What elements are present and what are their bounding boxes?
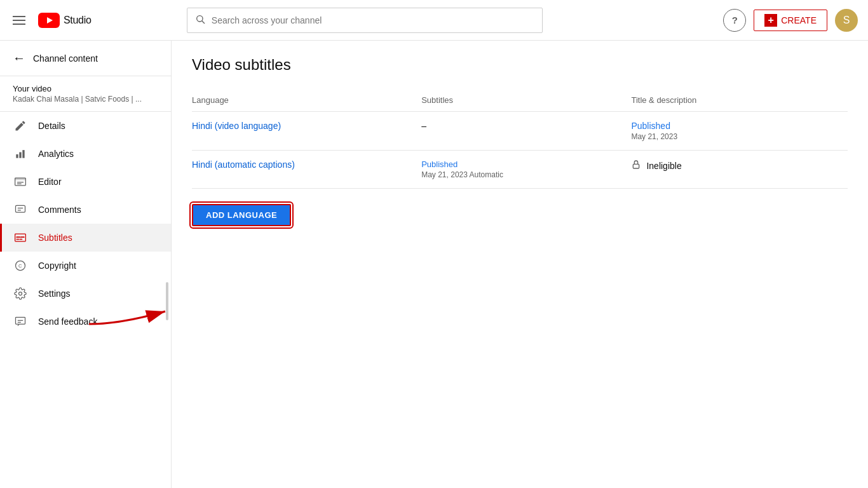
search-bar <box>187 8 543 33</box>
settings-label: Settings <box>38 288 71 299</box>
hindi-auto-captions-link[interactable]: Hindi (automatic captions) <box>192 159 295 170</box>
analytics-label: Analytics <box>38 149 74 159</box>
svg-rect-14 <box>15 234 26 241</box>
help-button[interactable]: ? <box>723 9 746 32</box>
row1-title-status: Published <box>631 121 837 131</box>
studio-label: Studio <box>64 15 92 26</box>
page-title: Video subtitles <box>192 56 848 74</box>
create-button[interactable]: CREATE <box>754 10 827 31</box>
header-left: Studio <box>10 13 92 28</box>
settings-icon <box>13 286 28 301</box>
sidebar-item-editor[interactable]: Editor <box>0 168 171 196</box>
row2-subtitle-date: May 21, 2023 Automatic <box>421 170 621 179</box>
sidebar-item-copyright[interactable]: C Copyright <box>0 252 171 280</box>
sidebar-item-send-feedback[interactable]: Send feedback <box>0 308 171 336</box>
lock-icon <box>631 159 641 172</box>
sidebar-item-analytics[interactable]: Analytics <box>0 140 171 168</box>
search-icon <box>195 14 205 26</box>
header: Studio ? CREATE S <box>0 0 868 41</box>
hindi-video-language-link[interactable]: Hindi (video language) <box>192 121 281 131</box>
youtube-logo-icon <box>38 13 60 28</box>
sidebar: ← Channel content Your video Kadak Chai … <box>0 41 172 488</box>
row2-language: Hindi (automatic captions) <box>192 151 421 189</box>
svg-text:C: C <box>18 263 22 269</box>
svg-rect-8 <box>15 178 26 180</box>
copyright-icon: C <box>13 258 28 273</box>
video-info: Your video Kadak Chai Masala | Satvic Fo… <box>0 76 171 112</box>
arrow-annotation <box>172 292 197 330</box>
header-right: ? CREATE S <box>723 9 858 32</box>
subtitles-icon <box>13 230 28 245</box>
svg-rect-6 <box>22 150 24 158</box>
back-label: Channel content <box>33 53 98 64</box>
logo[interactable]: Studio <box>38 13 92 28</box>
row2-subtitle-status: Published <box>421 159 621 169</box>
sidebar-item-settings[interactable]: Settings <box>0 280 171 308</box>
ineligible-text: Ineligible <box>646 161 681 171</box>
main-content: Video subtitles Language Subtitles Title… <box>172 41 868 488</box>
row2-subtitles: Published May 21, 2023 Automatic <box>421 151 631 189</box>
row1-language: Hindi (video language) <box>192 112 421 151</box>
row2-title: Ineligible <box>631 151 848 189</box>
sidebar-item-subtitles[interactable]: Subtitles <box>0 224 171 252</box>
svg-point-21 <box>19 292 22 295</box>
col-header-subtitles: Subtitles <box>421 89 631 112</box>
row1-title: Published May 21, 2023 <box>631 112 848 151</box>
ineligible-wrap: Ineligible <box>631 159 837 172</box>
add-language-button[interactable]: ADD LANGUAGE <box>192 204 291 226</box>
video-title-label: Your video <box>13 84 158 93</box>
row1-title-date: May 21, 2023 <box>631 132 837 141</box>
analytics-icon <box>13 146 28 161</box>
pencil-icon <box>13 118 28 133</box>
layout: ← Channel content Your video Kadak Chai … <box>0 41 868 488</box>
copyright-label: Copyright <box>38 261 76 271</box>
svg-rect-5 <box>19 152 21 158</box>
svg-rect-4 <box>16 154 18 158</box>
comments-label: Comments <box>38 205 81 215</box>
svg-rect-25 <box>634 164 639 168</box>
table-row: Hindi (video language) – Published May 2… <box>192 112 848 151</box>
hamburger-menu-icon[interactable] <box>10 13 28 27</box>
sidebar-back-button[interactable]: ← Channel content <box>0 41 171 76</box>
col-header-language: Language <box>192 89 421 112</box>
create-icon <box>764 14 777 27</box>
video-subtitle: Kadak Chai Masala | Satvic Foods | ... <box>13 95 158 104</box>
row1-subtitles: – <box>421 112 631 151</box>
avatar[interactable]: S <box>835 9 858 32</box>
svg-rect-11 <box>16 205 25 212</box>
search-input[interactable] <box>212 15 534 25</box>
send-feedback-label: Send feedback <box>38 316 97 327</box>
svg-line-3 <box>202 21 205 24</box>
scroll-indicator <box>166 282 168 320</box>
details-label: Details <box>38 121 65 131</box>
sidebar-item-comments[interactable]: Comments <box>0 196 171 224</box>
create-label: CREATE <box>781 15 817 25</box>
subtitle-table: Language Subtitles Title & description H… <box>192 89 848 189</box>
back-arrow-icon: ← <box>13 51 25 65</box>
comments-icon <box>13 202 28 217</box>
editor-label: Editor <box>38 177 62 187</box>
table-row: Hindi (automatic captions) Published May… <box>192 151 848 189</box>
subtitles-label: Subtitles <box>38 233 72 243</box>
feedback-icon <box>13 314 28 329</box>
col-header-title: Title & description <box>631 89 848 112</box>
sidebar-item-details[interactable]: Details <box>0 112 171 140</box>
editor-icon <box>13 174 28 189</box>
